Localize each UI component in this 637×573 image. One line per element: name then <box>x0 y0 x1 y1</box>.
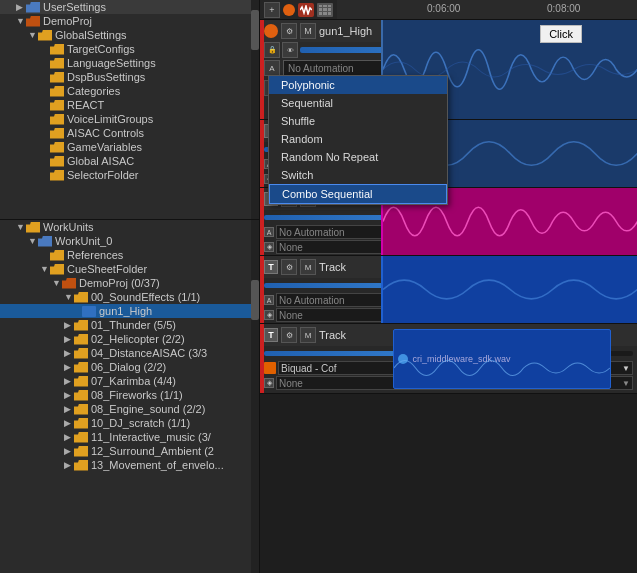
folder-icon <box>38 236 52 247</box>
sidebar-item-label: WorkUnits <box>43 221 94 233</box>
sidebar-item-label: DemoProj (0/37) <box>79 277 160 289</box>
sidebar-item-helicopter[interactable]: ▶ 02_Helicopter (2/2) <box>0 332 251 346</box>
folder-icon <box>74 320 88 331</box>
scrollbar-thumb[interactable] <box>251 10 259 50</box>
dropdown-item-sequential[interactable]: Sequential <box>269 94 447 112</box>
sidebar-item-user-settings[interactable]: ▶ UserSettings <box>0 0 251 14</box>
track-eye-btn[interactable]: 👁 <box>282 42 298 58</box>
scrollbar-thumb[interactable] <box>251 280 259 320</box>
folder-icon <box>74 432 88 443</box>
sidebar-item-label: 02_Helicopter (2/2) <box>91 333 185 345</box>
sidebar-item-surround-ambient[interactable]: ▶ 12_Surround_Ambient (2 <box>0 444 251 458</box>
expand-arrow: ▼ <box>64 292 74 302</box>
sidebar-item-categories[interactable]: ▶ Categories <box>0 84 251 98</box>
sidebar-item-global-aisac[interactable]: ▶ Global AISAC <box>0 154 251 168</box>
folder-icon <box>26 2 40 13</box>
expand-arrow: ▼ <box>28 30 38 40</box>
sidebar-item-label: 11_Interactive_music (3/ <box>91 431 211 443</box>
waveform-button[interactable] <box>298 3 314 17</box>
folder-icon <box>26 16 40 27</box>
dropdown-item-random-no-repeat[interactable]: Random No Repeat <box>269 148 447 166</box>
sidebar-item-karimba[interactable]: ▶ 07_Karimba (4/4) <box>0 374 251 388</box>
track3-mute-btn[interactable]: M <box>300 259 316 275</box>
folder-icon <box>50 114 64 125</box>
sidebar-item-label: GlobalSettings <box>55 29 127 41</box>
folder-icon <box>50 44 64 55</box>
add-button[interactable]: + <box>264 2 280 18</box>
sidebar-item-gun1-high[interactable]: ▶ gun1_High <box>0 304 251 318</box>
track4-settings-btn[interactable]: ⚙ <box>281 327 297 343</box>
expand-arrow: ▼ <box>40 264 50 274</box>
expand-arrow: ▶ <box>64 418 74 428</box>
sidebar-item-language-settings[interactable]: ▶ LanguageSettings <box>0 56 251 70</box>
sidebar-item-selector-folder[interactable]: ▶ SelectorFolder <box>0 168 251 182</box>
sidebar-item-aisac-controls[interactable]: ▶ AISAC Controls <box>0 126 251 140</box>
sidebar-item-demo-proj[interactable]: ▼ DemoProj <box>0 14 251 28</box>
folder-icon <box>74 348 88 359</box>
track2-automation-label: No Automation <box>279 227 345 238</box>
grid-button[interactable] <box>317 3 333 17</box>
sidebar-item-label: References <box>67 249 123 261</box>
sidebar-item-work-unit-0[interactable]: ▼ WorkUnit_0 <box>0 234 251 248</box>
dropdown-item-combo-sequential[interactable]: Combo Sequential <box>269 184 447 204</box>
sidebar-item-interactive-music[interactable]: ▶ 11_Interactive_music (3/ <box>0 430 251 444</box>
sidebar-item-react[interactable]: ▶ REACT <box>0 98 251 112</box>
sidebar-item-references[interactable]: ▶ References <box>0 248 251 262</box>
track-record-icon[interactable] <box>264 24 278 38</box>
sidebar-item-work-units[interactable]: ▼ WorkUnits <box>0 220 251 234</box>
track4-none-btn[interactable]: ◈ <box>264 378 274 388</box>
sidebar-item-demo-proj-sub[interactable]: ▼ DemoProj (0/37) <box>0 276 251 290</box>
dropdown-item-switch[interactable]: Switch <box>269 166 447 184</box>
sidebar-item-game-variables[interactable]: ▶ GameVariables <box>0 140 251 154</box>
sidebar-item-label: AISAC Controls <box>67 127 144 139</box>
ruler-time-2: 0:08:00 <box>547 3 580 14</box>
sidebar-item-dj-scratch[interactable]: ▶ 10_DJ_scratch (1/1) <box>0 416 251 430</box>
folder-icon <box>50 100 64 111</box>
track3-none-btn[interactable]: ◈ <box>264 310 274 320</box>
bottom-scrollbar[interactable] <box>251 220 259 573</box>
track-color-bar <box>260 20 264 119</box>
expand-arrow: ▶ <box>16 2 26 12</box>
track2-auto-btn[interactable]: A <box>264 227 274 237</box>
track-color-bar <box>260 188 264 255</box>
track2-none-btn[interactable]: ◈ <box>264 242 274 252</box>
track3-auto-btn[interactable]: A <box>264 295 274 305</box>
automation-btn[interactable]: A <box>264 60 280 76</box>
sidebar-item-cue-sheet[interactable]: ▼ CueSheetFolder <box>0 262 251 276</box>
sidebar-item-label: Global AISAC <box>67 155 134 167</box>
record-button[interactable] <box>283 4 295 16</box>
sidebar-item-target-configs[interactable]: ▶ TargetConfigs <box>0 42 251 56</box>
sidebar-item-label: 06_Dialog (2/2) <box>91 361 166 373</box>
sidebar-item-dsp-bus[interactable]: ▶ DspBusSettings <box>0 70 251 84</box>
sidebar-item-label: 13_Movement_of_envelo... <box>91 459 224 471</box>
track-lock-btn[interactable]: 🔒 <box>264 42 280 58</box>
sidebar-item-sound-effects[interactable]: ▼ 00_SoundEffects (1/1) <box>0 290 251 304</box>
dropdown-item-polyphonic[interactable]: Polyphonic <box>269 76 447 94</box>
top-scrollbar[interactable] <box>251 0 259 219</box>
sidebar-item-label: 01_Thunder (5/5) <box>91 319 176 331</box>
bottom-tree-content: ▼ WorkUnits ▼ WorkUnit_0 ▶ References ▼ … <box>0 220 251 573</box>
expand-arrow: ▶ <box>64 404 74 414</box>
track3-settings-btn[interactable]: ⚙ <box>281 259 297 275</box>
click-annotation: Click <box>540 25 582 43</box>
sidebar-item-thunder[interactable]: ▶ 01_Thunder (5/5) <box>0 318 251 332</box>
sidebar-item-label: 12_Surround_Ambient (2 <box>91 445 214 457</box>
sidebar-item-engine-sound[interactable]: ▶ 08_Engine_sound (2/2) <box>0 402 251 416</box>
sidebar-item-movement-envelo[interactable]: ▶ 13_Movement_of_envelo... <box>0 458 251 472</box>
sidebar-item-dialog[interactable]: ▶ 06_Dialog (2/2) <box>0 360 251 374</box>
folder-icon <box>38 30 52 41</box>
track-settings-btn[interactable]: ⚙ <box>281 23 297 39</box>
track-mute-btn[interactable]: M <box>300 23 316 39</box>
sidebar-item-label: Categories <box>67 85 120 97</box>
cri-wav-block: cri_middleware_sdk.wav <box>393 329 611 389</box>
sidebar-item-fireworks[interactable]: ▶ 08_Fireworks (1/1) <box>0 388 251 402</box>
dropdown-item-random[interactable]: Random <box>269 130 447 148</box>
sidebar-item-distance-aisac[interactable]: ▶ 04_DistanceAISAC (3/3 <box>0 346 251 360</box>
track4-mute-btn[interactable]: M <box>300 327 316 343</box>
timeline-ruler: 0:06:00 0:08:00 Click <box>337 0 637 19</box>
tracks-area: ⚙ M gun1_High ▼ 🔒 👁 A No Automation ▼ <box>260 20 637 573</box>
dropdown-item-shuffle[interactable]: Shuffle <box>269 112 447 130</box>
folder-icon <box>50 72 64 83</box>
sidebar-item-global-settings[interactable]: ▼ GlobalSettings <box>0 28 251 42</box>
sidebar-item-voice-limit[interactable]: ▶ VoiceLimitGroups <box>0 112 251 126</box>
